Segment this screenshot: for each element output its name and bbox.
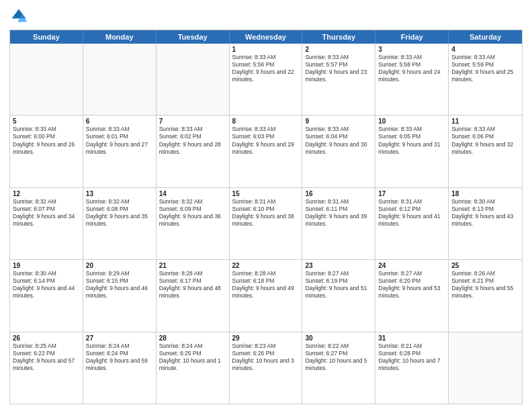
calendar-cell-18: 18Sunrise: 8:30 AM Sunset: 6:13 PM Dayli… (449, 188, 522, 259)
day-number: 18 (451, 190, 519, 197)
header-day-saturday: Saturday (449, 30, 522, 44)
calendar-cell-3: 3Sunrise: 8:33 AM Sunset: 5:58 PM Daylig… (375, 44, 449, 115)
day-number: 25 (451, 262, 519, 269)
day-number: 31 (378, 334, 445, 342)
calendar-cell-8: 8Sunrise: 8:33 AM Sunset: 6:03 PM Daylig… (230, 116, 303, 187)
day-number: 22 (232, 262, 300, 269)
calendar-cell-27: 27Sunrise: 8:24 AM Sunset: 6:24 PM Dayli… (83, 332, 157, 404)
calendar-cell-30: 30Sunrise: 8:22 AM Sunset: 6:27 PM Dayli… (302, 332, 375, 404)
calendar-cell-23: 23Sunrise: 8:27 AM Sunset: 6:19 PM Dayli… (302, 260, 375, 331)
day-number: 12 (13, 190, 80, 197)
header (9, 7, 523, 26)
cell-content: Sunrise: 8:30 AM Sunset: 6:14 PM Dayligh… (13, 270, 75, 299)
day-number: 27 (86, 334, 153, 342)
day-number: 15 (232, 190, 300, 197)
calendar-row-0: 1Sunrise: 8:33 AM Sunset: 5:56 PM Daylig… (10, 44, 522, 115)
day-number: 28 (159, 334, 226, 342)
calendar-cell-14: 14Sunrise: 8:32 AM Sunset: 6:09 PM Dayli… (157, 188, 230, 259)
calendar-row-1: 5Sunrise: 8:33 AM Sunset: 6:00 PM Daylig… (10, 115, 522, 187)
cell-content: Sunrise: 8:33 AM Sunset: 6:01 PM Dayligh… (86, 126, 148, 154)
calendar-cell-19: 19Sunrise: 8:30 AM Sunset: 6:14 PM Dayli… (10, 260, 83, 331)
cell-content: Sunrise: 8:24 AM Sunset: 6:24 PM Dayligh… (86, 342, 148, 371)
header-day-sunday: Sunday (10, 30, 83, 44)
calendar-cell-22: 22Sunrise: 8:28 AM Sunset: 6:18 PM Dayli… (230, 260, 303, 331)
day-number: 11 (451, 118, 519, 125)
header-day-tuesday: Tuesday (157, 30, 230, 44)
logo-icon (9, 7, 28, 26)
cell-content: Sunrise: 8:33 AM Sunset: 5:56 PM Dayligh… (232, 54, 294, 83)
day-number: 21 (159, 262, 226, 269)
day-number: 24 (378, 262, 445, 269)
day-number: 23 (305, 262, 372, 269)
cell-content: Sunrise: 8:30 AM Sunset: 6:13 PM Dayligh… (451, 198, 513, 227)
calendar-cell-empty (449, 332, 522, 404)
cell-content: Sunrise: 8:25 AM Sunset: 6:22 PM Dayligh… (13, 342, 75, 371)
day-number: 29 (232, 334, 300, 342)
day-number: 7 (159, 118, 226, 125)
calendar-cell-6: 6Sunrise: 8:33 AM Sunset: 6:01 PM Daylig… (83, 116, 157, 187)
cell-content: Sunrise: 8:31 AM Sunset: 6:11 PM Dayligh… (305, 198, 367, 227)
cell-content: Sunrise: 8:33 AM Sunset: 6:04 PM Dayligh… (305, 126, 367, 154)
calendar-header: SundayMondayTuesdayWednesdayThursdayFrid… (10, 30, 522, 44)
day-number: 6 (86, 118, 153, 125)
cell-content: Sunrise: 8:28 AM Sunset: 6:18 PM Dayligh… (232, 270, 294, 299)
day-number: 26 (13, 334, 80, 342)
day-number: 2 (305, 46, 372, 53)
calendar-row-3: 19Sunrise: 8:30 AM Sunset: 6:14 PM Dayli… (10, 259, 522, 331)
logo (9, 7, 31, 26)
day-number: 1 (232, 46, 300, 53)
cell-content: Sunrise: 8:33 AM Sunset: 6:06 PM Dayligh… (451, 126, 513, 154)
header-day-wednesday: Wednesday (230, 30, 303, 44)
calendar-cell-28: 28Sunrise: 8:24 AM Sunset: 6:25 PM Dayli… (157, 332, 230, 404)
calendar-cell-7: 7Sunrise: 8:33 AM Sunset: 6:02 PM Daylig… (157, 116, 230, 187)
calendar-body: 1Sunrise: 8:33 AM Sunset: 5:56 PM Daylig… (10, 44, 522, 404)
header-day-thursday: Thursday (302, 30, 375, 44)
cell-content: Sunrise: 8:21 AM Sunset: 6:28 PM Dayligh… (378, 342, 440, 371)
calendar-cell-9: 9Sunrise: 8:33 AM Sunset: 6:04 PM Daylig… (302, 116, 375, 187)
cell-content: Sunrise: 8:27 AM Sunset: 6:19 PM Dayligh… (305, 270, 367, 299)
calendar-cell-empty (157, 44, 230, 115)
calendar-cell-4: 4Sunrise: 8:33 AM Sunset: 5:59 PM Daylig… (449, 44, 522, 115)
calendar-cell-17: 17Sunrise: 8:31 AM Sunset: 6:12 PM Dayli… (375, 188, 449, 259)
day-number: 17 (378, 190, 445, 197)
day-number: 9 (305, 118, 372, 125)
calendar-cell-12: 12Sunrise: 8:32 AM Sunset: 6:07 PM Dayli… (10, 188, 83, 259)
cell-content: Sunrise: 8:33 AM Sunset: 5:57 PM Dayligh… (305, 54, 367, 83)
calendar-cell-29: 29Sunrise: 8:23 AM Sunset: 6:26 PM Dayli… (230, 332, 303, 404)
day-number: 3 (378, 46, 445, 53)
calendar-cell-31: 31Sunrise: 8:21 AM Sunset: 6:28 PM Dayli… (375, 332, 449, 404)
cell-content: Sunrise: 8:32 AM Sunset: 6:07 PM Dayligh… (13, 198, 75, 227)
cell-content: Sunrise: 8:22 AM Sunset: 6:27 PM Dayligh… (305, 342, 367, 371)
calendar-cell-26: 26Sunrise: 8:25 AM Sunset: 6:22 PM Dayli… (10, 332, 83, 404)
day-number: 10 (378, 118, 445, 125)
calendar: SundayMondayTuesdayWednesdayThursdayFrid… (9, 30, 523, 404)
calendar-cell-25: 25Sunrise: 8:26 AM Sunset: 6:21 PM Dayli… (449, 260, 522, 331)
calendar-cell-21: 21Sunrise: 8:28 AM Sunset: 6:17 PM Dayli… (157, 260, 230, 331)
cell-content: Sunrise: 8:33 AM Sunset: 6:00 PM Dayligh… (13, 126, 75, 154)
day-number: 20 (86, 262, 153, 269)
day-number: 14 (159, 190, 226, 197)
day-number: 19 (13, 262, 80, 269)
calendar-row-4: 26Sunrise: 8:25 AM Sunset: 6:22 PM Dayli… (10, 332, 522, 404)
day-number: 8 (232, 118, 300, 125)
cell-content: Sunrise: 8:23 AM Sunset: 6:26 PM Dayligh… (232, 342, 294, 371)
cell-content: Sunrise: 8:24 AM Sunset: 6:25 PM Dayligh… (159, 342, 221, 371)
calendar-cell-16: 16Sunrise: 8:31 AM Sunset: 6:11 PM Dayli… (302, 188, 375, 259)
cell-content: Sunrise: 8:32 AM Sunset: 6:09 PM Dayligh… (159, 198, 221, 227)
day-number: 30 (305, 334, 372, 342)
page: SundayMondayTuesdayWednesdayThursdayFrid… (0, 0, 532, 411)
cell-content: Sunrise: 8:33 AM Sunset: 5:59 PM Dayligh… (451, 54, 513, 83)
cell-content: Sunrise: 8:31 AM Sunset: 6:10 PM Dayligh… (232, 198, 294, 227)
header-day-monday: Monday (83, 30, 157, 44)
calendar-cell-2: 2Sunrise: 8:33 AM Sunset: 5:57 PM Daylig… (302, 44, 375, 115)
calendar-cell-11: 11Sunrise: 8:33 AM Sunset: 6:06 PM Dayli… (449, 116, 522, 187)
cell-content: Sunrise: 8:28 AM Sunset: 6:17 PM Dayligh… (159, 270, 221, 299)
cell-content: Sunrise: 8:26 AM Sunset: 6:21 PM Dayligh… (451, 270, 513, 299)
calendar-cell-24: 24Sunrise: 8:27 AM Sunset: 6:20 PM Dayli… (375, 260, 449, 331)
cell-content: Sunrise: 8:29 AM Sunset: 6:15 PM Dayligh… (86, 270, 148, 299)
calendar-cell-5: 5Sunrise: 8:33 AM Sunset: 6:00 PM Daylig… (10, 116, 83, 187)
cell-content: Sunrise: 8:33 AM Sunset: 5:58 PM Dayligh… (378, 54, 440, 83)
calendar-cell-20: 20Sunrise: 8:29 AM Sunset: 6:15 PM Dayli… (83, 260, 157, 331)
calendar-cell-empty (83, 44, 157, 115)
cell-content: Sunrise: 8:33 AM Sunset: 6:02 PM Dayligh… (159, 126, 221, 154)
